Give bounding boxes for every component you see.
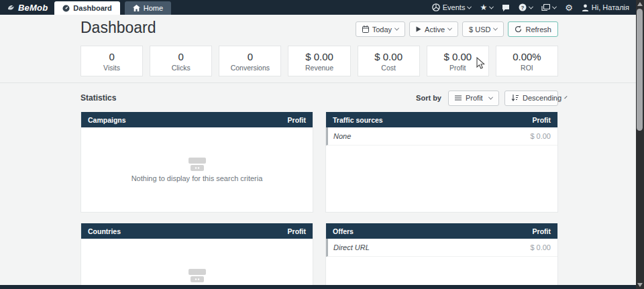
stat-value: 0.00% [513, 51, 541, 62]
stat-label: Cost [381, 64, 396, 72]
chat-button[interactable] [502, 4, 510, 11]
tab-dashboard-label: Dashboard [73, 4, 111, 12]
stat-value: 0 [248, 51, 253, 62]
campaigns-panel: Campaigns Profit Nothing to display for … [80, 112, 313, 213]
empty-state: Nothing to display for this search crite… [81, 239, 313, 289]
section-divider [0, 82, 644, 83]
stat-value: 0 [178, 51, 184, 62]
currency-label: $ USD [469, 25, 490, 34]
home-icon [133, 5, 140, 11]
chevron-down-icon [488, 95, 493, 99]
scroll-up-arrow[interactable] [637, 2, 643, 6]
chevron-down-icon [529, 4, 533, 9]
user-menu[interactable]: Hi, Наталія [582, 3, 629, 11]
page-content: Dashboard Today Active [80, 15, 558, 76]
panel-title: Traffic sources [333, 116, 383, 124]
topbar-tabs: Dashboard Home [54, 0, 171, 15]
panel-metric: Profit [288, 116, 306, 124]
calendar-icon [362, 25, 369, 33]
gear-icon: ⚙ [565, 3, 573, 12]
stat-label: Conversions [231, 64, 270, 72]
statistics-header: Statistics Sort by Profit [80, 90, 558, 106]
panels-grid: Campaigns Profit Nothing to display for … [80, 112, 558, 289]
chat-icon [502, 4, 510, 11]
tab-dashboard[interactable]: Dashboard [54, 1, 119, 15]
countries-panel-body: Nothing to display for this search crite… [81, 239, 313, 289]
refresh-label: Refresh [525, 25, 551, 34]
table-row[interactable]: Direct URL $ 0.00 [326, 239, 557, 257]
stat-value: $ 0.00 [305, 51, 333, 62]
page-title: Dashboard [80, 19, 156, 37]
favorites-menu[interactable]: ★ [480, 3, 493, 11]
countries-panel: Countries Profit Nothing to display for … [80, 223, 313, 289]
refresh-icon [515, 25, 522, 33]
campaigns-panel-header: Campaigns Profit [81, 112, 313, 127]
currency-button[interactable]: $ USD [462, 21, 504, 37]
settings-button[interactable]: ⚙ [565, 3, 573, 12]
chevron-down-icon [564, 95, 567, 98]
offers-panel-body: Direct URL $ 0.00 [326, 239, 557, 289]
top-navigation-bar: BeMob Dashboard Home [0, 0, 644, 15]
sort-controls: Sort by Profit Descending [416, 91, 558, 106]
tab-home[interactable]: Home [125, 1, 171, 15]
row-value: $ 0.00 [530, 132, 551, 140]
panel-metric: Profit [533, 116, 551, 124]
scroll-down-arrow[interactable] [637, 283, 643, 287]
chevron-down-icon [552, 4, 557, 9]
empty-state: Nothing to display for this search crite… [81, 127, 313, 212]
stat-label: Revenue [305, 64, 333, 72]
tab-home-label: Home [144, 4, 163, 12]
row-value: $ 0.00 [530, 243, 551, 251]
events-icon [432, 3, 440, 11]
scrollbar-thumb[interactable] [637, 9, 643, 131]
empty-state-text: Nothing to display for this search crite… [131, 174, 263, 182]
user-greeting: Hi, Наталія [592, 3, 629, 11]
stat-label: ROI [521, 64, 533, 72]
play-icon [416, 26, 421, 32]
events-label: Events [443, 3, 466, 11]
statistics-title: Statistics [80, 93, 116, 103]
page-header: Dashboard Today Active [80, 15, 558, 43]
stat-card-visits: 0 Visits [80, 46, 143, 76]
campaigns-panel-body: Nothing to display for this search crite… [81, 127, 313, 212]
empty-state-icon [189, 269, 206, 282]
chevron-down-icon [447, 26, 452, 31]
date-range-button[interactable]: Today [356, 21, 405, 37]
stat-label: Profit [449, 64, 466, 72]
sort-field-value: Profit [466, 94, 483, 102]
panel-title: Campaigns [88, 116, 126, 124]
panel-metric: Profit [288, 227, 306, 235]
table-row[interactable]: None $ 0.00 [326, 127, 557, 146]
empty-state-icon [189, 158, 206, 171]
vertical-scrollbar[interactable] [636, 0, 644, 289]
status-filter-button[interactable]: Active [409, 21, 458, 37]
panel-title: Offers [333, 227, 354, 235]
status-filter-label: Active [425, 25, 445, 34]
panel-title: Countries [88, 227, 121, 235]
row-name: Direct URL [333, 243, 370, 251]
row-name: None [333, 132, 351, 140]
date-range-label: Today [372, 25, 392, 34]
workspaces-menu[interactable] [541, 4, 556, 11]
traffic-sources-panel: Traffic sources Profit None $ 0.00 [325, 112, 558, 213]
stat-label: Visits [103, 64, 120, 72]
sort-field-select[interactable]: Profit [448, 91, 499, 106]
refresh-button[interactable]: Refresh [508, 21, 558, 37]
windows-icon [541, 4, 550, 11]
sort-order-select[interactable]: Descending [504, 91, 558, 106]
panel-metric: Profit [533, 227, 551, 235]
events-menu[interactable]: Events [432, 3, 472, 11]
svg-text:?: ? [521, 5, 525, 11]
traffic-sources-panel-header: Traffic sources Profit [326, 112, 557, 127]
help-menu[interactable]: ? [519, 3, 533, 11]
stat-card-roi: 0.00% ROI [496, 46, 558, 76]
bemob-logo-icon [7, 3, 15, 12]
stats-summary-row: 0 Visits 0 Clicks 0 Conversions $ 0.00 R… [80, 46, 558, 76]
bemob-logo[interactable]: BeMob [5, 0, 54, 15]
stat-card-cost: $ 0.00 Cost [358, 46, 420, 76]
stat-card-conversions: 0 Conversions [219, 46, 281, 76]
help-icon: ? [519, 3, 527, 11]
stat-card-profit: $ 0.00 Profit [427, 46, 489, 76]
footer-bar [0, 285, 644, 289]
chevron-down-icon [489, 4, 494, 9]
